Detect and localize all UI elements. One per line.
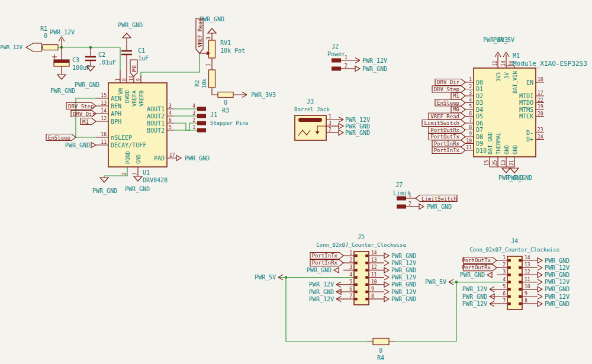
net-label: PWR_GND <box>545 286 570 293</box>
pin-number: 18 <box>538 77 543 82</box>
pin-number: 12 <box>525 269 530 275</box>
pin-number: 12 <box>101 116 107 121</box>
pin-name: D- <box>526 130 533 136</box>
pin-number: 9 <box>469 131 472 137</box>
net-label: PWR_12V <box>362 57 387 65</box>
ref-des: U1 <box>143 169 150 176</box>
net-label: PortInTx <box>434 147 460 153</box>
pin-number: 2 <box>329 127 332 133</box>
net-label: PWR_GND <box>545 257 570 265</box>
pin-name: D6 <box>476 120 483 127</box>
ref-des: J5 <box>358 233 365 240</box>
pin-number: 3 <box>329 121 332 126</box>
pin-name: DECAY/TOFF <box>111 142 146 149</box>
pin-name: D5 <box>476 113 483 120</box>
pin-number: 1 <box>345 55 348 60</box>
pin-number: 3 <box>169 104 172 109</box>
pin-number: 15 <box>484 160 490 166</box>
net-label: PWR_GND <box>50 88 75 95</box>
net-label: PWR_GND <box>118 22 143 29</box>
pin-number: 8 <box>371 294 374 299</box>
pin-name: nSLEEP <box>111 134 132 141</box>
net-label-ensleep: EnSleep <box>48 135 70 141</box>
pin-number: 7 <box>469 118 472 123</box>
pin-name: BAT_VIN <box>512 71 518 94</box>
pin-number: 1 <box>329 114 332 120</box>
net-label: LimitSwitch <box>424 120 459 126</box>
pin-number: 13 <box>101 101 107 106</box>
pin-name: GND <box>504 145 510 154</box>
pin-number: 3 <box>349 265 352 270</box>
pin-number: 25 <box>493 160 498 166</box>
ref-des: M1 <box>513 53 520 59</box>
net-label: VREF Read <box>430 114 459 120</box>
pin-number: 13 <box>525 262 530 268</box>
value: Stepper Pins <box>210 120 249 126</box>
value: 0 <box>44 33 47 39</box>
value: Conn_02x07_Counter_Clockwise <box>469 247 559 253</box>
pin-number: 8 <box>122 78 127 81</box>
pin-name: D9 <box>476 140 483 147</box>
pin-number: 4 <box>169 111 172 116</box>
value: 10k Pot <box>220 47 245 54</box>
pin-number: 2 <box>469 84 472 89</box>
pin-name: VREFB <box>139 91 144 107</box>
pin-name: GND <box>512 145 518 154</box>
net-label: PWR_GND <box>307 267 332 274</box>
net-label: PWR_12V <box>391 274 416 281</box>
pin-number: 5 <box>503 284 506 289</box>
schematic-canvas[interactable]: PWR_12V R1 0 PWR_12V C3 100uF PWR_GND C2… <box>0 0 592 364</box>
ref-des: J2 <box>332 43 339 50</box>
net-label: PWR_12V <box>50 29 75 36</box>
pin-number: 1 <box>408 193 411 198</box>
ref-des: R3 <box>222 107 229 114</box>
pin-name: VM <box>118 88 124 95</box>
pin-number: 5 <box>469 104 472 109</box>
pin-number: 1 <box>206 63 211 66</box>
ref-des: C1 <box>138 47 145 54</box>
pin-number: 6 <box>169 118 172 123</box>
pin-number: 9 <box>371 286 374 292</box>
net-label: PWR_3V3 <box>251 92 276 99</box>
net-label: PortInTx <box>312 253 338 259</box>
ref-des: RV1 <box>220 40 231 46</box>
net-label: PWR_GND <box>545 301 570 308</box>
pin-name: D8 <box>476 134 483 140</box>
pin-number: 1 <box>115 78 121 81</box>
net-label: PWR_12V <box>545 294 570 301</box>
ref-des: R1 <box>40 25 47 32</box>
pin-number: 9 <box>136 78 141 81</box>
net-label: PortInRx <box>312 260 338 266</box>
ref-des: J4 <box>511 238 518 244</box>
net-label: PWR_12V <box>545 279 570 286</box>
pin-number: 4 <box>503 277 506 282</box>
pin-name: BOUT1 <box>147 120 165 127</box>
ref-des: R2 <box>194 80 200 86</box>
ref-des: R4 <box>377 355 384 361</box>
net-label: M1 <box>453 93 459 99</box>
pin-name: AOUT2 <box>147 113 165 120</box>
pin-number: 13 <box>371 257 377 263</box>
net-label: PWR_12V <box>462 286 487 293</box>
net-label: PWR_GND <box>462 294 487 301</box>
net-label-limitswitch: LimitSwitch <box>422 196 457 202</box>
pin-name: D3 <box>476 99 483 106</box>
pin-number: 20 <box>538 111 543 117</box>
pin-name: VREFA <box>131 90 137 107</box>
pin-name: D2 <box>476 93 483 99</box>
pin-number: 11 <box>371 272 377 278</box>
net-label: PWR_12V <box>545 265 570 272</box>
net-label: PWR_GND <box>460 272 485 279</box>
pin-number: 24 <box>538 134 543 140</box>
pin-number: 2 <box>503 262 506 268</box>
pin-number: 12 <box>493 60 498 66</box>
pin-number: 2 <box>192 118 195 123</box>
pin-number: 6 <box>503 291 506 297</box>
pin-name: THERMAL <box>496 132 501 154</box>
pin-name: PGND <box>125 151 131 164</box>
pin-number: 17 <box>169 153 175 158</box>
net-label: PWR_GND <box>391 296 416 303</box>
net-label-m1: M1 <box>82 119 89 125</box>
net-label: PWR_GND <box>507 175 532 182</box>
pin-number: 14 <box>501 60 506 66</box>
